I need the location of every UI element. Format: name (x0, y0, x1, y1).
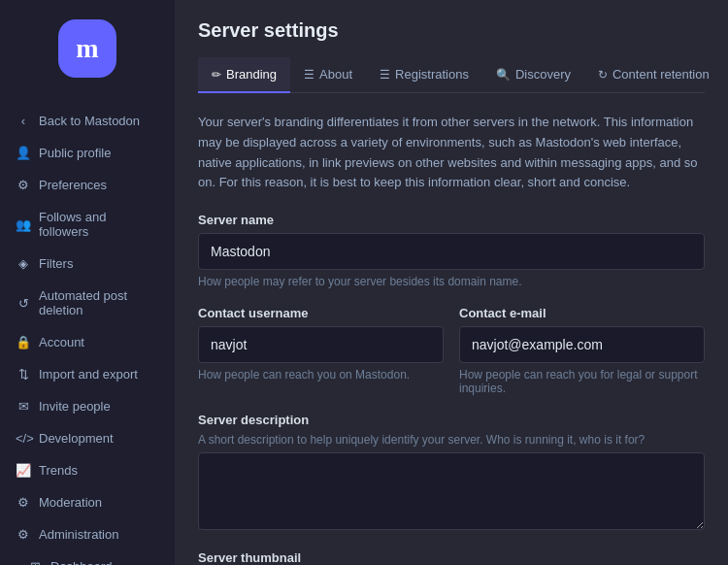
sidebar: m ‹ Back to Mastodon 👤 Public profile ⚙ … (0, 0, 175, 565)
logo-letter: m (76, 33, 98, 64)
contact-username-input[interactable] (198, 326, 444, 363)
contact-username-group: Contact username How people can reach yo… (198, 306, 444, 395)
contact-email-hint: How people can reach you for legal or su… (459, 368, 705, 395)
sidebar-item-back-to-mastodon[interactable]: ‹ Back to Mastodon (0, 105, 175, 137)
contact-username-label: Contact username (198, 306, 444, 320)
page-title: Server settings (198, 19, 705, 42)
discovery-tab-icon: 🔍 (496, 68, 511, 82)
person-icon: 👤 (16, 146, 31, 160)
sidebar-item-dashboard[interactable]: ⊞ Dashboard (0, 550, 175, 565)
thumbnail-label: Server thumbnail (198, 550, 705, 565)
trends-icon: 📈 (16, 463, 31, 478)
thumbnail-group: Server thumbnail A roughly 2:1 image dis… (198, 550, 705, 565)
import-export-icon: ⇅ (16, 367, 31, 382)
sidebar-nav: ‹ Back to Mastodon 👤 Public profile ⚙ Pr… (0, 97, 175, 565)
sidebar-item-public-profile[interactable]: 👤 Public profile (0, 137, 175, 169)
tabs-bar: ✏ Branding ☰ About ☰ Registrations 🔍 Dis… (198, 57, 705, 93)
invite-icon: ✉ (16, 399, 31, 414)
main-content: Server settings ✏ Branding ☰ About ☰ Reg… (175, 0, 728, 565)
server-description-label: Server description (198, 413, 705, 427)
about-tab-icon: ☰ (304, 68, 314, 82)
sidebar-item-invite[interactable]: ✉ Invite people (0, 390, 175, 422)
delete-icon: ↺ (16, 296, 31, 311)
branding-tab-icon: ✏ (212, 68, 221, 82)
tab-appearance[interactable]: 🖥 Appearance (723, 57, 728, 93)
sidebar-item-development[interactable]: </> Development (0, 422, 175, 454)
contact-email-label: Contact e-mail (459, 306, 705, 320)
branding-content: Your server's branding differentiates it… (175, 93, 728, 565)
main-header: Server settings ✏ Branding ☰ About ☰ Reg… (175, 0, 728, 93)
server-description-textarea[interactable] (198, 452, 705, 530)
server-name-hint: How people may refer to your server besi… (198, 275, 705, 288)
server-name-group: Server name How people may refer to your… (198, 213, 705, 288)
server-name-label: Server name (198, 213, 705, 227)
gear-icon: ⚙ (16, 178, 31, 192)
content-retention-tab-icon: ↻ (598, 68, 608, 82)
server-description-group: Server description A short description t… (198, 413, 705, 533)
sidebar-item-filters[interactable]: ◈ Filters (0, 248, 175, 280)
back-icon: ‹ (16, 114, 31, 128)
people-icon: 👥 (16, 217, 31, 232)
sidebar-item-auto-delete[interactable]: ↺ Automated post deletion (0, 280, 175, 326)
sidebar-item-trends[interactable]: 📈 Trends (0, 454, 175, 486)
lock-icon: 🔒 (16, 335, 31, 349)
admin-icon: ⚙ (16, 527, 31, 542)
tab-about[interactable]: ☰ About (290, 57, 366, 93)
dashboard-icon: ⊞ (27, 559, 43, 565)
filter-icon: ◈ (16, 256, 31, 271)
sidebar-item-import-export[interactable]: ⇅ Import and export (0, 358, 175, 390)
contact-email-group: Contact e-mail How people can reach you … (459, 306, 705, 395)
sidebar-item-preferences[interactable]: ⚙ Preferences (0, 169, 175, 201)
sidebar-item-follows[interactable]: 👥 Follows and followers (0, 201, 175, 248)
code-icon: </> (16, 431, 31, 446)
sidebar-item-moderation[interactable]: ⚙ Moderation (0, 486, 175, 518)
tab-registrations[interactable]: ☰ Registrations (366, 57, 482, 93)
registrations-tab-icon: ☰ (380, 68, 390, 82)
contact-email-input[interactable] (459, 326, 705, 363)
contact-row: Contact username How people can reach yo… (198, 306, 705, 413)
sidebar-item-administration[interactable]: ⚙ Administration (0, 518, 175, 550)
tab-content-retention[interactable]: ↻ Content retention (584, 57, 723, 93)
branding-description: Your server's branding differentiates it… (198, 113, 705, 193)
contact-username-hint: How people can reach you on Mastodon. (198, 368, 444, 382)
tab-branding[interactable]: ✏ Branding (198, 57, 290, 93)
server-description-hint: A short description to help uniquely ide… (198, 433, 705, 447)
logo-area: m (0, 0, 175, 97)
logo-circle: m (58, 19, 116, 78)
tab-discovery[interactable]: 🔍 Discovery (482, 57, 584, 93)
moderation-icon: ⚙ (16, 495, 31, 510)
sidebar-item-account[interactable]: 🔒 Account (0, 326, 175, 358)
server-name-input[interactable] (198, 233, 705, 270)
